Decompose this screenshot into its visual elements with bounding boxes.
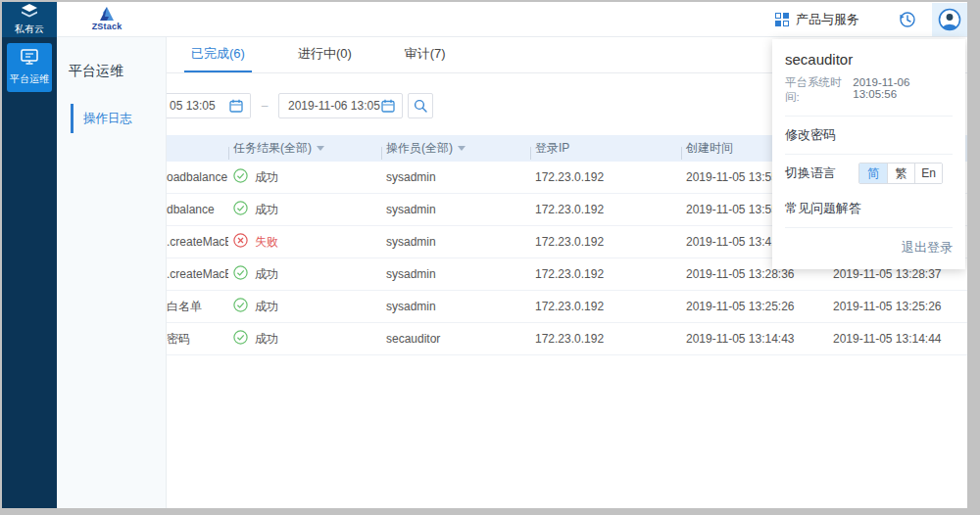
- status-icon: [233, 330, 248, 348]
- start-date-value: 05 13:05: [170, 99, 216, 113]
- login-ip-cell: 172.23.0.192: [530, 203, 681, 216]
- login-ip-cell: 172.23.0.192: [530, 300, 681, 313]
- language-option-simplified[interactable]: 简: [859, 164, 887, 183]
- system-time-value: 2019-11-06 13:05:56: [853, 76, 953, 100]
- task-name-link[interactable]: 白名单: [167, 299, 228, 315]
- tab-in-progress[interactable]: 进行中(0): [291, 37, 359, 72]
- status-label: 成功: [255, 299, 278, 315]
- status-label: 失败: [255, 234, 278, 251]
- status-label: 成功: [255, 202, 278, 218]
- end-date-value: 2019-11-06 13:05: [288, 99, 380, 113]
- created-time-cell: 2019-11-05 13:14:43: [681, 332, 828, 346]
- logout-button[interactable]: 退出登录: [902, 239, 953, 257]
- search-icon: [414, 99, 427, 113]
- status-label: 成功: [255, 331, 278, 348]
- chevron-down-icon: [317, 146, 324, 151]
- date-range-separator: –: [251, 99, 278, 113]
- operator-cell: sysadmin: [381, 300, 530, 313]
- layers-icon: [21, 4, 38, 22]
- operator-cell: sysadmin: [381, 267, 530, 281]
- login-ip-cell: 172.23.0.192: [530, 267, 681, 281]
- created-time-cell: 2019-11-05 13:28:36: [681, 267, 828, 281]
- secondary-sidebar-title: 平台运维: [57, 37, 166, 80]
- menu-item-change-password[interactable]: 修改密码: [785, 117, 953, 155]
- status-icon: [233, 298, 248, 315]
- sidebar-item-private-cloud[interactable]: 私有云: [2, 2, 57, 37]
- language-option-english[interactable]: En: [914, 164, 942, 183]
- secondary-sidebar: 平台运维 操作日志: [57, 37, 167, 508]
- avatar-icon: [938, 8, 961, 31]
- login-ip-cell: 172.23.0.192: [530, 332, 681, 346]
- login-ip-cell: 172.23.0.192: [530, 170, 681, 184]
- operator-cell: sysadmin: [381, 203, 530, 216]
- user-avatar-button[interactable]: [932, 3, 967, 36]
- calendar-icon[interactable]: [381, 99, 395, 113]
- login-ip-cell: 172.23.0.192: [530, 235, 681, 249]
- end-date-input[interactable]: 2019-11-06 13:05: [278, 93, 403, 118]
- topbar-right: 产品与服务: [775, 2, 967, 36]
- language-toggle: 简 繁 En: [858, 163, 943, 184]
- logout-row: 退出登录: [785, 227, 953, 269]
- task-name-link[interactable]: oadbalance: [167, 170, 228, 184]
- task-name-link[interactable]: .createMacB...: [167, 235, 228, 249]
- status-icon: [233, 201, 248, 218]
- table-row[interactable]: 密码 成功 secauditor 172.23.0.192 2019-11-05…: [167, 323, 967, 355]
- primary-sidebar: 私有云 平台运维: [2, 2, 57, 508]
- sidebar-item-platform-ops[interactable]: 平台运维: [7, 43, 52, 92]
- status-label: 成功: [255, 169, 278, 186]
- sidebar-item-label: 私有云: [15, 23, 44, 36]
- finished-time-cell: 2019-11-05 13:14:44: [828, 332, 967, 346]
- products-services-button[interactable]: 产品与服务: [775, 11, 859, 28]
- system-time-row: 平台系统时间: 2019-11-06 13:05:56: [785, 75, 953, 117]
- search-button[interactable]: [408, 93, 433, 118]
- zstack-logo-icon: [96, 7, 118, 23]
- status-label: 成功: [255, 266, 278, 283]
- operator-cell: secauditor: [381, 332, 530, 346]
- zstack-logo-text: ZStack: [92, 22, 122, 31]
- status-icon: [233, 168, 248, 186]
- column-header-login-ip: 登录IP: [530, 140, 681, 157]
- column-header-task-result-filter[interactable]: 任务结果(全部): [228, 140, 381, 157]
- sidebar-item-operation-log[interactable]: 操作日志: [57, 104, 166, 133]
- topbar: ZStack 产品与服务: [57, 2, 967, 37]
- system-time-label: 平台系统时间:: [785, 75, 853, 105]
- tab-audit[interactable]: 审计(7): [398, 37, 453, 72]
- history-button[interactable]: [899, 11, 916, 28]
- sidebar-item-label: 操作日志: [83, 111, 132, 127]
- tab-completed[interactable]: 已完成(6): [184, 37, 252, 72]
- operator-cell: sysadmin: [381, 235, 530, 249]
- switch-language-row: 切换语言 简 繁 En: [785, 155, 953, 190]
- task-name-link[interactable]: 密码: [167, 331, 228, 348]
- calendar-icon[interactable]: [229, 99, 243, 113]
- sidebar-item-label: 平台运维: [10, 72, 49, 86]
- products-services-label: 产品与服务: [796, 11, 859, 28]
- operator-cell: sysadmin: [381, 170, 530, 184]
- monitor-icon: [21, 49, 38, 69]
- active-indicator-bar: [71, 104, 74, 133]
- table-row[interactable]: 白名单 成功 sysadmin 172.23.0.192 2019-11-05 …: [167, 291, 967, 323]
- menu-item-faq[interactable]: 常见问题解答: [785, 190, 953, 227]
- language-option-traditional[interactable]: 繁: [887, 164, 914, 183]
- task-name-link[interactable]: dbalance: [167, 203, 228, 216]
- zstack-logo: ZStack: [84, 7, 129, 31]
- finished-time-cell: 2019-11-05 13:25:26: [828, 300, 967, 313]
- filter-row: 05 13:05 – 2019-11-06 13:05: [167, 93, 433, 118]
- start-date-input[interactable]: 05 13:05: [167, 93, 251, 118]
- column-header-operator-filter[interactable]: 操作员(全部): [381, 140, 530, 157]
- created-time-cell: 2019-11-05 13:25:26: [681, 300, 828, 313]
- chevron-down-icon: [458, 146, 466, 151]
- switch-language-label: 切换语言: [785, 164, 836, 182]
- app-window: 私有云 平台运维 ZStack 产品与服务: [2, 2, 967, 508]
- status-icon: [233, 233, 248, 251]
- task-name-link[interactable]: .createMacB...: [167, 267, 228, 281]
- finished-time-cell: 2019-11-05 13:28:37: [828, 267, 967, 281]
- grid-icon: [775, 13, 789, 26]
- status-icon: [233, 265, 248, 283]
- user-menu-panel: secauditor 平台系统时间: 2019-11-06 13:05:56 修…: [772, 39, 965, 269]
- history-clock-icon: [899, 11, 916, 28]
- username: secauditor: [785, 39, 953, 68]
